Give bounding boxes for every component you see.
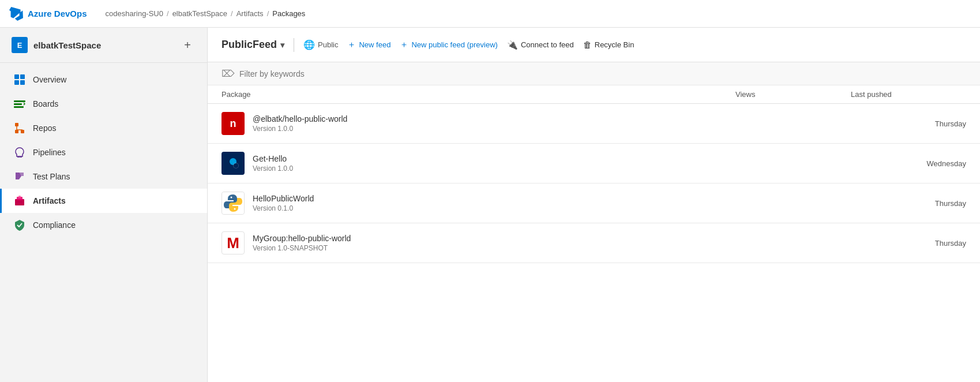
plus-icon-2: ＋ [400, 39, 408, 50]
content-area: PublicFeed ▾ 🌐 Public ＋ New feed ＋ New p… [208, 28, 980, 382]
chevron-down-icon: ▾ [280, 40, 284, 50]
topbar: Azure DevOps codesharing-SU0 / elbatkTes… [0, 0, 980, 28]
org-avatar: E [12, 37, 28, 53]
breadcrumb-artifacts: Artifacts [236, 9, 264, 18]
pkg-last-pushed: Thursday [851, 239, 966, 248]
breadcrumb-org: codesharing-SU0 [106, 9, 163, 18]
add-project-button[interactable]: + [179, 37, 196, 53]
pkg-info: HelloPublicWorld Version 0.1.0 [253, 194, 314, 212]
pkg-info: @elbatk/hello-public-world Version 1.0.0 [253, 114, 347, 133]
plus-icon-1: ＋ [347, 39, 356, 50]
pipelines-label: Pipelines [33, 148, 66, 157]
sidebar-item-compliance[interactable]: Compliance [0, 213, 207, 237]
svg-rect-2 [14, 80, 19, 85]
pkg-cell: M MyGroup:hello-public-world Version 1.0… [221, 231, 735, 254]
python-package-icon [221, 192, 245, 215]
pkg-name: Get-Hello [253, 154, 293, 163]
table-header: Package Views Last pushed [208, 85, 980, 104]
sidebar-item-boards[interactable]: Boards [0, 92, 207, 116]
svg-rect-3 [20, 80, 25, 85]
pkg-version: Version 1.0.0 [253, 125, 347, 133]
svg-rect-5 [14, 103, 22, 105]
svg-rect-6 [14, 106, 24, 108]
pkg-last-pushed: Wednesday [851, 159, 966, 168]
pkg-version: Version 1.0.0 [253, 164, 293, 173]
svg-rect-0 [14, 74, 19, 79]
testplans-icon [13, 170, 26, 183]
npm-package-icon: n [221, 112, 245, 135]
table-row[interactable]: M MyGroup:hello-public-world Version 1.0… [208, 223, 980, 263]
pkg-cell: HelloPublicWorld Version 0.1.0 [221, 192, 735, 215]
pkg-cell: n @elbatk/hello-public-world Version 1.0… [221, 112, 735, 135]
filter-icon: ⌦ [221, 68, 235, 79]
compliance-icon [13, 219, 26, 231]
sidebar-nav: Overview Boards Repos [0, 63, 207, 242]
sidebar-item-pipelines[interactable]: Pipelines [0, 140, 207, 164]
feed-selector-button[interactable]: PublicFeed ▾ [221, 39, 284, 51]
packages-table: Package Views Last pushed n @elbatk/hell… [208, 85, 980, 382]
main-layout: E elbatkTestSpace + Overview Boards [0, 28, 980, 382]
testplans-label: Test Plans [33, 172, 70, 181]
filter-input[interactable] [239, 69, 966, 78]
table-row[interactable]: n @elbatk/hello-public-world Version 1.0… [208, 104, 980, 144]
table-row[interactable]: Get-Hello Version 1.0.0 Wednesday [208, 144, 980, 183]
recycle-bin-icon: 🗑 [583, 40, 592, 50]
svg-rect-8 [15, 130, 18, 133]
compliance-label: Compliance [33, 220, 76, 230]
org-name-section: E elbatkTestSpace [12, 37, 101, 53]
col-last-pushed: Last pushed [851, 90, 966, 99]
new-public-feed-button[interactable]: ＋ New public feed (preview) [400, 39, 498, 50]
overview-icon [13, 73, 26, 86]
visibility-badge: 🌐 Public [303, 39, 338, 50]
sidebar-item-overview[interactable]: Overview [0, 68, 207, 92]
header-divider-1 [294, 38, 294, 52]
col-views: Views [735, 90, 851, 99]
boards-label: Boards [33, 99, 58, 108]
svg-point-24 [234, 208, 236, 210]
artifacts-label: Artifacts [33, 196, 66, 205]
pkg-name: MyGroup:hello-public-world [253, 234, 351, 243]
pkg-info: Get-Hello Version 1.0.0 [253, 154, 293, 173]
table-row[interactable]: HelloPublicWorld Version 0.1.0 Thursday [208, 183, 980, 223]
pkg-info: MyGroup:hello-public-world Version 1.0-S… [253, 234, 351, 252]
breadcrumb: codesharing-SU0 / elbatkTestSpace / Arti… [106, 9, 306, 18]
ps-package-icon [221, 152, 245, 175]
sidebar-item-artifacts[interactable]: Artifacts [0, 189, 207, 213]
filter-bar: ⌦ [208, 62, 980, 85]
sidebar-item-repos[interactable]: Repos [0, 116, 207, 140]
pkg-version: Version 1.0-SNAPSHOT [253, 244, 351, 252]
org-name-label: elbatkTestSpace [33, 40, 101, 50]
connect-to-feed-button[interactable]: 🔌 Connect to feed [507, 40, 574, 50]
connect-icon: 🔌 [507, 40, 518, 50]
pkg-last-pushed: Thursday [851, 119, 966, 128]
col-package: Package [221, 90, 735, 99]
svg-rect-9 [21, 130, 24, 133]
pkg-last-pushed: Thursday [851, 199, 966, 208]
artifacts-icon [13, 194, 26, 207]
logo-text: Azure DevOps [28, 9, 87, 18]
feed-name: PublicFeed [221, 39, 277, 51]
svg-rect-7 [15, 123, 18, 126]
svg-rect-17 [18, 196, 21, 198]
sidebar-item-testplans[interactable]: Test Plans [0, 164, 207, 189]
sidebar: E elbatkTestSpace + Overview Boards [0, 28, 208, 382]
pkg-cell: Get-Hello Version 1.0.0 [221, 152, 735, 175]
overview-label: Overview [33, 75, 66, 84]
breadcrumb-packages: Packages [272, 9, 305, 18]
new-feed-button[interactable]: ＋ New feed [347, 39, 391, 50]
sidebar-header: E elbatkTestSpace + [0, 28, 207, 63]
svg-point-23 [231, 197, 232, 199]
recycle-bin-button[interactable]: 🗑 Recycle Bin [583, 40, 634, 50]
repos-label: Repos [33, 123, 56, 133]
svg-rect-4 [14, 100, 25, 102]
pkg-name: HelloPublicWorld [253, 194, 314, 203]
maven-package-icon: M [221, 231, 245, 254]
breadcrumb-space: elbatkTestSpace [172, 9, 227, 18]
pipelines-icon [13, 146, 26, 159]
globe-icon: 🌐 [303, 39, 315, 50]
svg-point-21 [234, 163, 238, 168]
svg-rect-1 [20, 74, 25, 79]
azure-devops-icon [9, 7, 23, 21]
pkg-version: Version 0.1.0 [253, 204, 314, 212]
azure-devops-logo[interactable]: Azure DevOps [9, 7, 87, 21]
